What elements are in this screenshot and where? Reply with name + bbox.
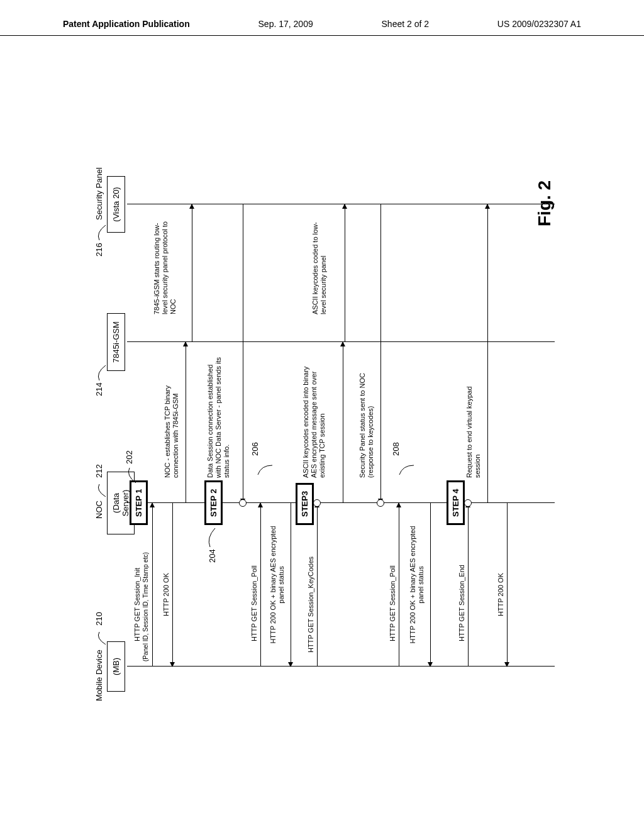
arrow-m8 bbox=[317, 503, 318, 667]
arrow-m15 bbox=[507, 503, 508, 667]
ref-noc: NOC bbox=[94, 501, 104, 519]
ref-curve-icon bbox=[255, 456, 274, 475]
ref-curve-icon bbox=[94, 626, 107, 645]
ref-208: 208 bbox=[391, 442, 401, 456]
circle-icon bbox=[313, 499, 321, 507]
arrow-m3 bbox=[186, 342, 186, 503]
sequence-diagram: Mobile Device 210 (MB) NOC 212 (Data Ser… bbox=[94, 126, 572, 729]
circle-icon bbox=[464, 499, 472, 507]
ref-curve-icon bbox=[125, 464, 137, 483]
igsm-box: 7845i-GSM bbox=[107, 313, 125, 371]
header-docnum: US 2009/0232307 A1 bbox=[497, 19, 581, 29]
header-sheet: Sheet 2 of 2 bbox=[382, 19, 430, 29]
step4-box: STEP 4 bbox=[447, 480, 465, 525]
msg-session-end: HTTP GET Session_End bbox=[458, 565, 465, 641]
step3-box: STEP3 bbox=[296, 483, 314, 525]
arrow-m10 bbox=[345, 204, 345, 342]
ref-curve-icon bbox=[94, 362, 107, 380]
ref-curve-icon bbox=[94, 478, 107, 497]
ref-216: 216 bbox=[94, 243, 104, 257]
msg-poll-1: HTTP GET Session_Poll bbox=[250, 565, 258, 641]
ref-curve-icon bbox=[396, 456, 415, 475]
msg-200ok-1: HTTP 200 OK bbox=[162, 573, 170, 616]
ref-security-panel: Security Panel bbox=[94, 167, 104, 220]
arrow-m12 bbox=[430, 503, 431, 667]
msg-keycodes: HTTP GET Session_KeyCodes bbox=[307, 556, 314, 653]
panel-box: (Vista 20) bbox=[107, 176, 125, 233]
mobile-lifeline bbox=[127, 666, 555, 667]
msg-ascii-enc: ASCII keycodes encoded into binary AES e… bbox=[302, 352, 327, 478]
arrow-m7 bbox=[291, 503, 291, 667]
step1-box: STEP 1 bbox=[130, 480, 148, 525]
msg-session-init-detail: (Panel ID, Session ID, Time Stamp etc) bbox=[142, 552, 149, 661]
header-date: Sep. 17, 2009 bbox=[258, 19, 313, 29]
arrow-m13 bbox=[380, 204, 381, 503]
ref-206: 206 bbox=[250, 442, 260, 456]
msg-panel-status: Security Panel status sent to NOC (respo… bbox=[358, 352, 375, 478]
arrow-m6 bbox=[260, 503, 261, 667]
msg-200ok-binary-1: HTTP 200 OK + binary AES encrypted panel… bbox=[269, 522, 286, 648]
figure-label: Fig. 2 bbox=[535, 180, 555, 226]
ref-curve-icon bbox=[205, 526, 218, 547]
ref-curve-icon bbox=[94, 221, 107, 240]
arrow-m11 bbox=[399, 503, 399, 667]
arrow-m14 bbox=[468, 503, 469, 667]
ref-204: 204 bbox=[208, 549, 217, 563]
arrow-m2 bbox=[172, 503, 173, 667]
msg-poll-2: HTTP GET Session_Poll bbox=[389, 565, 396, 641]
arrow-m5 bbox=[192, 204, 192, 342]
step2-box: STEP 2 bbox=[204, 480, 223, 525]
msg-200ok-binary-2: HTTP 200 OK + binary AES encrypted panel… bbox=[409, 522, 425, 648]
msg-data-session: Data Session connection established with… bbox=[206, 352, 231, 478]
ref-210: 210 bbox=[94, 612, 104, 626]
circle-icon bbox=[239, 499, 247, 507]
arrow-m4 bbox=[243, 204, 243, 503]
ref-202: 202 bbox=[125, 450, 134, 464]
header-publication: Patent Application Publication bbox=[63, 19, 190, 29]
msg-session-init: HTTP GET Session_Init bbox=[133, 568, 141, 641]
arrow-m9 bbox=[343, 342, 343, 503]
msg-200ok-2: HTTP 200 OK bbox=[497, 573, 504, 616]
msg-end-virtual: Request to end virtual keypad session bbox=[465, 365, 482, 478]
arrow-m1 bbox=[152, 503, 153, 667]
ref-214: 214 bbox=[94, 382, 104, 396]
msg-noc-tcp: NOC - establishes TCP binary connection … bbox=[164, 358, 180, 478]
noc-lifeline bbox=[127, 502, 555, 503]
msg-ascii-panel: ASCII keycodes coded to low-level securi… bbox=[311, 220, 328, 314]
circle-icon bbox=[377, 499, 384, 507]
mobile-device-box: (MB) bbox=[107, 641, 125, 692]
ref-mobile-device: Mobile Device bbox=[94, 650, 104, 701]
msg-igsm-routing: 7845-iGSM starts routing low-level secur… bbox=[153, 220, 178, 314]
ref-212: 212 bbox=[94, 464, 104, 478]
arrow-m16 bbox=[487, 204, 488, 503]
